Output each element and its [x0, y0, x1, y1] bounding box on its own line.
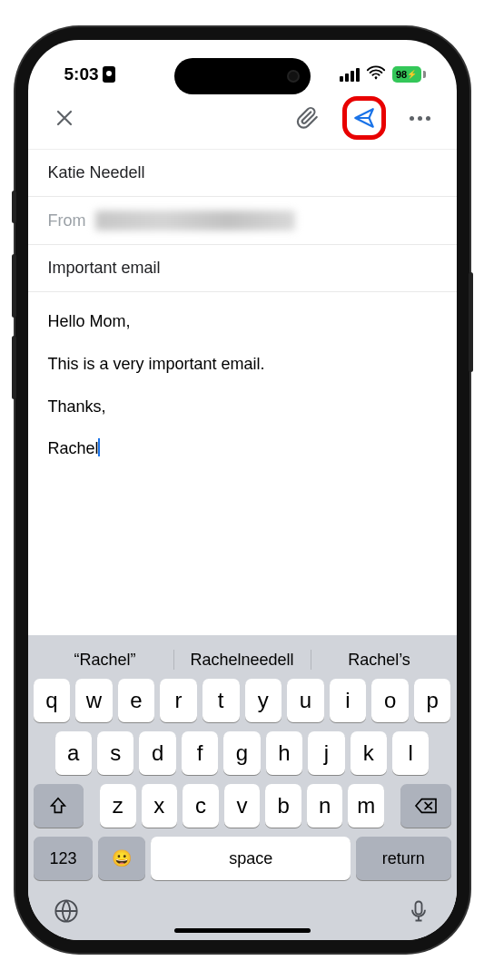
- home-indicator[interactable]: [174, 928, 311, 933]
- body-line: This is a very important email.: [48, 351, 437, 377]
- subject-field[interactable]: Important email: [28, 245, 457, 292]
- to-field[interactable]: Katie Needell: [28, 149, 457, 197]
- power-button: [469, 272, 473, 372]
- body-line: Thanks,: [48, 394, 437, 420]
- key-a[interactable]: a: [55, 731, 92, 775]
- subject-value: Important email: [48, 259, 161, 278]
- keyboard: “Rachel” Rachelneedell Rachel’s q w e r …: [28, 635, 457, 940]
- key-g[interactable]: g: [223, 731, 260, 775]
- suggestion[interactable]: Rachel’s: [311, 651, 448, 670]
- svg-point-0: [374, 76, 377, 79]
- suggestion[interactable]: “Rachel”: [37, 651, 173, 670]
- globe-key[interactable]: [54, 898, 79, 927]
- key-o[interactable]: o: [371, 679, 409, 722]
- battery-indicator: 98⚡: [392, 66, 426, 83]
- attachment-button[interactable]: [290, 100, 326, 136]
- key-q[interactable]: q: [34, 679, 71, 722]
- return-key[interactable]: return: [356, 837, 450, 880]
- emoji-key[interactable]: 😀: [98, 837, 145, 880]
- key-p[interactable]: p: [414, 679, 451, 722]
- from-label: From: [48, 211, 86, 230]
- key-z[interactable]: z: [100, 784, 136, 828]
- more-button[interactable]: [402, 100, 439, 136]
- body-signature: Rachel: [48, 436, 437, 462]
- mute-switch: [12, 191, 16, 223]
- keyboard-row-3: z x c v b n m: [34, 784, 451, 828]
- key-d[interactable]: d: [139, 731, 175, 775]
- from-field[interactable]: From: [28, 197, 457, 245]
- close-button[interactable]: [46, 100, 83, 136]
- key-l[interactable]: l: [392, 731, 429, 775]
- email-body[interactable]: Hello Mom, This is a very important emai…: [28, 292, 457, 635]
- keyboard-row-4: 123 😀 space return: [34, 837, 451, 880]
- key-h[interactable]: h: [266, 731, 302, 775]
- key-j[interactable]: j: [308, 731, 344, 775]
- screen: 5:03 98⚡: [28, 40, 457, 940]
- key-x[interactable]: x: [142, 784, 178, 828]
- key-u[interactable]: u: [287, 679, 324, 722]
- orientation-lock-icon: [103, 66, 115, 83]
- backspace-key[interactable]: [400, 784, 450, 828]
- keyboard-row-2: a s d f g h j k l: [34, 731, 451, 775]
- compose-area: Katie Needell From Important email: [28, 143, 457, 292]
- wifi-icon: [366, 64, 386, 85]
- key-c[interactable]: c: [183, 784, 219, 828]
- body-line: Hello Mom,: [48, 309, 437, 335]
- key-t[interactable]: t: [202, 679, 240, 722]
- from-value-redacted: [95, 211, 295, 230]
- key-r[interactable]: r: [160, 679, 197, 722]
- suggestion[interactable]: Rachelneedell: [174, 651, 311, 670]
- text-caret: [98, 438, 100, 456]
- key-f[interactable]: f: [182, 731, 218, 775]
- key-i[interactable]: i: [330, 679, 367, 722]
- numbers-key[interactable]: 123: [34, 837, 94, 880]
- key-w[interactable]: w: [75, 679, 113, 722]
- key-m[interactable]: m: [348, 784, 384, 828]
- volume-up-button: [12, 254, 16, 318]
- key-y[interactable]: y: [245, 679, 282, 722]
- key-b[interactable]: b: [265, 784, 301, 828]
- dictation-key[interactable]: [406, 898, 431, 927]
- compose-toolbar: [28, 93, 457, 143]
- keyboard-row-1: q w e r t y u i o p: [34, 679, 451, 722]
- suggestion-bar: “Rachel” Rachelneedell Rachel’s: [34, 644, 451, 679]
- key-s[interactable]: s: [97, 731, 133, 775]
- send-button[interactable]: [342, 96, 386, 140]
- more-icon: [410, 116, 430, 121]
- volume-down-button: [12, 336, 16, 399]
- key-v[interactable]: v: [224, 784, 261, 828]
- shift-key[interactable]: [34, 784, 84, 828]
- dynamic-island: [174, 58, 311, 94]
- svg-rect-2: [415, 902, 421, 915]
- to-value: Katie Needell: [48, 163, 145, 182]
- key-e[interactable]: e: [118, 679, 155, 722]
- key-n[interactable]: n: [307, 784, 343, 828]
- status-time: 5:03: [64, 64, 99, 84]
- key-k[interactable]: k: [351, 731, 387, 775]
- space-key[interactable]: space: [151, 837, 351, 880]
- cellular-signal-icon: [340, 68, 360, 82]
- phone-frame: 5:03 98⚡: [15, 27, 469, 953]
